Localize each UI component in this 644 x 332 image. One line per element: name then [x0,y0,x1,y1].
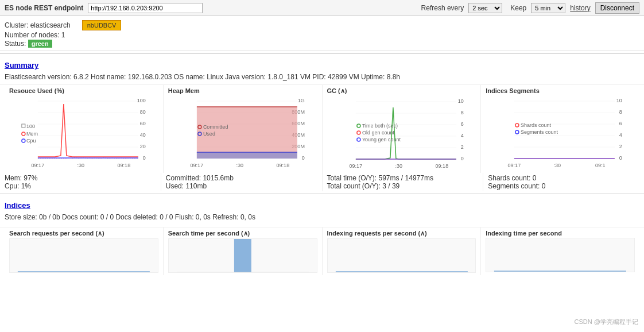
svg-text::30: :30 [554,163,561,168]
svg-text:80: 80 [140,109,146,115]
cluster-badge: nbUDBCV [82,20,122,30]
heap-mem-chart-block: Heap Mem 1G 800M 600M 400M 200M 0 [164,85,323,173]
svg-rect-15 [22,124,25,128]
svg-marker-34 [197,152,297,159]
header-bar: ES node REST endpoint Refresh every 2 se… [0,0,644,16]
svg-text:Segments count: Segments count [521,129,558,135]
history-button[interactable]: history [570,4,590,12]
summary-section-header[interactable]: Summary [0,56,644,72]
svg-point-17 [22,132,25,136]
cpu-stat: Cpu: 1% [5,182,156,190]
used-stat: Used: 110mb [166,182,317,190]
indexing-requests-chart: Indexing requests per second (∧) [323,227,482,275]
committed-stat: Committed: 1015.6mb [166,174,317,182]
divider-1 [0,53,644,54]
gc-title: GC (∧) [327,87,476,95]
summary-info-line: Elasticsearch version: 6.8.2 Host name: … [0,72,644,84]
svg-text:8: 8 [460,110,463,115]
search-requests-title: Search requests per second (∧) [9,230,158,237]
indexing-time-area [486,238,635,272]
search-time-area [168,238,317,273]
refresh-select[interactable]: 2 sec 5 sec 10 sec 30 sec [468,3,502,13]
svg-text:09:18: 09:18 [435,163,448,169]
svg-text:Time both (sec): Time both (sec) [362,123,397,129]
keep-select[interactable]: 1 min 5 min 10 min 30 min [531,3,565,13]
search-time-chart: Search time per second (∧) [164,227,323,275]
svg-text:Mem: Mem [26,131,38,137]
resource-used-title: Resouce Used (%) [9,87,158,94]
svg-text:Young gen count: Young gen count [362,137,401,142]
gc-canvas: 10 8 6 4 2 0 09:17 [327,96,476,171]
indexing-time-chart: Indexing time per second [481,227,639,275]
indices-segments-chart-block: Indices Segments 10 8 6 4 2 0 [481,85,639,173]
indices-info-line: Store size: 0b / 0b Docs count: 0 / 0 Do… [0,212,644,225]
svg-rect-83 [234,239,251,272]
svg-text:2: 2 [619,144,622,149]
segments-stats: Shards count: 0 Segments count: 0 [483,173,644,191]
svg-text:Cpu: Cpu [26,138,36,144]
svg-text:Used: Used [203,131,215,137]
charts-row: Resouce Used (%) 100 80 60 40 20 0 [0,84,644,173]
search-time-svg [169,239,317,273]
resource-used-chart-block: Resouce Used (%) 100 80 60 40 20 0 [5,85,164,173]
divider-2 [0,194,644,194]
indices-segments-canvas: 10 8 6 4 2 0 09:17 :30 09:1 [486,95,635,170]
cluster-name: Cluster: elasticsearch [5,21,71,29]
status-badge: green [28,40,52,48]
resource-used-stats: Mem: 97% Cpu: 1% [0,173,161,191]
bottom-charts-row: Search requests per second (∧) Search ti… [0,227,644,275]
search-requests-area [9,238,158,273]
svg-text:40: 40 [140,132,146,138]
endpoint-label: ES node REST endpoint [5,4,83,12]
svg-text::30: :30 [395,163,402,169]
endpoint-input[interactable] [88,3,203,13]
indexing-requests-svg [328,239,476,273]
svg-text:09:17: 09:17 [32,163,45,168]
svg-text:Committed: Committed [203,124,228,130]
heap-mem-title: Heap Mem [168,87,317,94]
svg-text:10: 10 [616,98,622,103]
svg-text:09:1: 09:1 [595,163,606,168]
svg-text:6: 6 [619,121,622,126]
svg-text:0: 0 [302,155,305,161]
svg-text::30: :30 [236,163,243,168]
heap-mem-svg: 1G 800M 600M 400M 200M 0 [168,95,317,170]
indices-segments-title: Indices Segments [486,87,635,94]
segments-count-stat: Segments count: 0 [488,182,639,190]
indexing-requests-area [327,238,476,273]
svg-point-19 [22,139,25,142]
svg-text:Old gen count: Old gen count [362,130,394,136]
indices-segments-svg: 10 8 6 4 2 0 09:17 :30 09:1 [486,95,635,170]
svg-text:09:18: 09:18 [276,163,289,168]
keep-label: Keep [510,4,526,12]
resource-used-svg: 100 80 60 40 20 0 09:17 [9,95,158,170]
svg-text:Shards count: Shards count [521,122,552,128]
svg-point-61 [356,138,360,141]
gc-stats: Total time (O/Y): 597ms / 14977ms Total … [323,173,484,191]
heap-mem-stats: Committed: 1015.6mb Used: 110mb [161,173,323,191]
gc-count-stat: Total count (O/Y): 3 / 39 [327,182,479,190]
indices-section-header[interactable]: Indices [0,196,644,212]
indexing-time-svg [486,238,634,272]
gc-chart-block: GC (∧) 10 8 6 4 2 0 [323,85,482,173]
refresh-label: Refresh every [421,4,464,12]
svg-text:09:17: 09:17 [349,163,362,169]
cluster-info: Cluster: elasticsearch nbUDBCV Number of… [0,16,644,51]
indexing-requests-title: Indexing requests per second (∧) [327,230,476,237]
svg-text:09:18: 09:18 [118,163,131,168]
heap-mem-canvas: 1G 800M 600M 400M 200M 0 [168,95,317,170]
indexing-time-title: Indexing time per second [486,230,635,237]
gc-svg: 10 8 6 4 2 0 09:17 [327,96,476,171]
svg-text:4: 4 [460,133,463,138]
svg-text:6: 6 [460,121,463,127]
svg-text:0: 0 [143,155,146,161]
svg-text:1G: 1G [298,98,305,103]
mem-stat: Mem: 97% [5,174,156,182]
svg-text:10: 10 [457,98,463,104]
svg-point-59 [356,131,360,134]
disconnect-button[interactable]: Disconnect [595,2,639,14]
svg-text:4: 4 [619,132,622,138]
svg-text:100: 100 [137,98,146,103]
svg-text:09:17: 09:17 [508,163,521,168]
shards-count-stat: Shards count: 0 [488,174,639,182]
